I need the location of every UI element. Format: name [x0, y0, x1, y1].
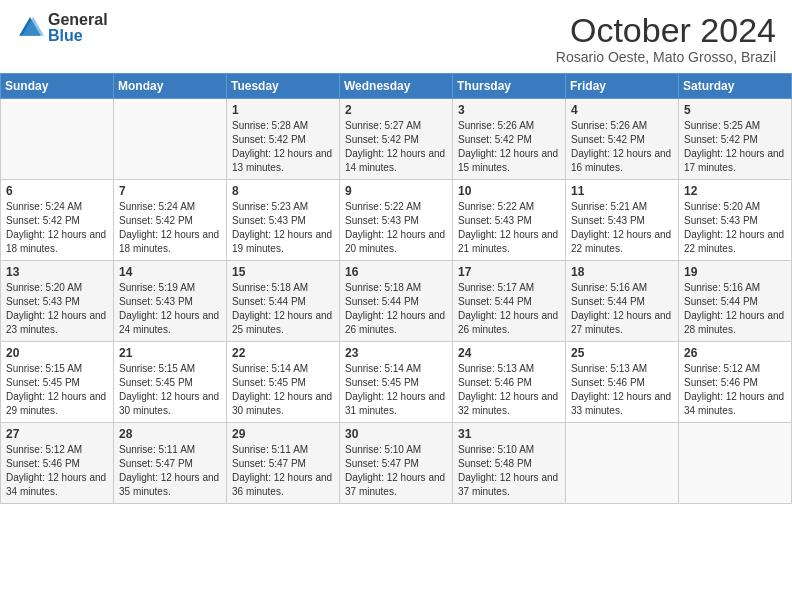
day-number: 21 [119, 346, 221, 360]
calendar-cell: 31Sunrise: 5:10 AMSunset: 5:48 PMDayligh… [453, 423, 566, 504]
day-info: Sunrise: 5:13 AMSunset: 5:46 PMDaylight:… [458, 362, 560, 418]
calendar-cell: 23Sunrise: 5:14 AMSunset: 5:45 PMDayligh… [340, 342, 453, 423]
day-number: 1 [232, 103, 334, 117]
logo-icon [16, 14, 44, 42]
day-number: 27 [6, 427, 108, 441]
day-info: Sunrise: 5:15 AMSunset: 5:45 PMDaylight:… [6, 362, 108, 418]
logo-text: General Blue [48, 12, 108, 44]
day-info: Sunrise: 5:17 AMSunset: 5:44 PMDaylight:… [458, 281, 560, 337]
calendar-cell: 27Sunrise: 5:12 AMSunset: 5:46 PMDayligh… [1, 423, 114, 504]
day-info: Sunrise: 5:28 AMSunset: 5:42 PMDaylight:… [232, 119, 334, 175]
day-info: Sunrise: 5:20 AMSunset: 5:43 PMDaylight:… [6, 281, 108, 337]
day-info: Sunrise: 5:18 AMSunset: 5:44 PMDaylight:… [345, 281, 447, 337]
calendar-cell: 5Sunrise: 5:25 AMSunset: 5:42 PMDaylight… [679, 99, 792, 180]
week-row-4: 20Sunrise: 5:15 AMSunset: 5:45 PMDayligh… [1, 342, 792, 423]
calendar-cell: 21Sunrise: 5:15 AMSunset: 5:45 PMDayligh… [114, 342, 227, 423]
day-info: Sunrise: 5:13 AMSunset: 5:46 PMDaylight:… [571, 362, 673, 418]
page: General Blue October 2024 Rosario Oeste,… [0, 0, 792, 612]
week-row-5: 27Sunrise: 5:12 AMSunset: 5:46 PMDayligh… [1, 423, 792, 504]
day-number: 16 [345, 265, 447, 279]
logo-blue-text: Blue [48, 28, 108, 44]
day-info: Sunrise: 5:26 AMSunset: 5:42 PMDaylight:… [571, 119, 673, 175]
day-number: 11 [571, 184, 673, 198]
calendar-cell: 12Sunrise: 5:20 AMSunset: 5:43 PMDayligh… [679, 180, 792, 261]
day-number: 26 [684, 346, 786, 360]
day-info: Sunrise: 5:22 AMSunset: 5:43 PMDaylight:… [458, 200, 560, 256]
day-number: 4 [571, 103, 673, 117]
calendar-header: SundayMondayTuesdayWednesdayThursdayFrid… [1, 74, 792, 99]
calendar-cell: 2Sunrise: 5:27 AMSunset: 5:42 PMDaylight… [340, 99, 453, 180]
header: General Blue October 2024 Rosario Oeste,… [0, 0, 792, 73]
calendar-cell [679, 423, 792, 504]
calendar-cell: 28Sunrise: 5:11 AMSunset: 5:47 PMDayligh… [114, 423, 227, 504]
calendar-cell: 4Sunrise: 5:26 AMSunset: 5:42 PMDaylight… [566, 99, 679, 180]
logo-general-text: General [48, 12, 108, 28]
calendar-cell: 26Sunrise: 5:12 AMSunset: 5:46 PMDayligh… [679, 342, 792, 423]
location-title: Rosario Oeste, Mato Grosso, Brazil [556, 49, 776, 65]
day-info: Sunrise: 5:24 AMSunset: 5:42 PMDaylight:… [6, 200, 108, 256]
day-number: 5 [684, 103, 786, 117]
day-number: 19 [684, 265, 786, 279]
day-info: Sunrise: 5:11 AMSunset: 5:47 PMDaylight:… [232, 443, 334, 499]
day-number: 29 [232, 427, 334, 441]
calendar-cell [114, 99, 227, 180]
calendar-cell: 29Sunrise: 5:11 AMSunset: 5:47 PMDayligh… [227, 423, 340, 504]
calendar-cell: 16Sunrise: 5:18 AMSunset: 5:44 PMDayligh… [340, 261, 453, 342]
day-info: Sunrise: 5:20 AMSunset: 5:43 PMDaylight:… [684, 200, 786, 256]
day-number: 17 [458, 265, 560, 279]
day-info: Sunrise: 5:12 AMSunset: 5:46 PMDaylight:… [6, 443, 108, 499]
day-info: Sunrise: 5:26 AMSunset: 5:42 PMDaylight:… [458, 119, 560, 175]
week-row-2: 6Sunrise: 5:24 AMSunset: 5:42 PMDaylight… [1, 180, 792, 261]
day-number: 25 [571, 346, 673, 360]
header-day-monday: Monday [114, 74, 227, 99]
day-info: Sunrise: 5:23 AMSunset: 5:43 PMDaylight:… [232, 200, 334, 256]
day-info: Sunrise: 5:14 AMSunset: 5:45 PMDaylight:… [232, 362, 334, 418]
day-number: 24 [458, 346, 560, 360]
header-day-friday: Friday [566, 74, 679, 99]
calendar-cell: 9Sunrise: 5:22 AMSunset: 5:43 PMDaylight… [340, 180, 453, 261]
calendar-cell: 7Sunrise: 5:24 AMSunset: 5:42 PMDaylight… [114, 180, 227, 261]
day-number: 12 [684, 184, 786, 198]
logo: General Blue [16, 12, 108, 44]
day-number: 20 [6, 346, 108, 360]
calendar-cell: 22Sunrise: 5:14 AMSunset: 5:45 PMDayligh… [227, 342, 340, 423]
header-row: SundayMondayTuesdayWednesdayThursdayFrid… [1, 74, 792, 99]
day-number: 23 [345, 346, 447, 360]
calendar-cell: 8Sunrise: 5:23 AMSunset: 5:43 PMDaylight… [227, 180, 340, 261]
calendar-cell: 18Sunrise: 5:16 AMSunset: 5:44 PMDayligh… [566, 261, 679, 342]
week-row-3: 13Sunrise: 5:20 AMSunset: 5:43 PMDayligh… [1, 261, 792, 342]
calendar-cell [1, 99, 114, 180]
calendar-cell [566, 423, 679, 504]
day-number: 15 [232, 265, 334, 279]
day-number: 3 [458, 103, 560, 117]
calendar-cell: 6Sunrise: 5:24 AMSunset: 5:42 PMDaylight… [1, 180, 114, 261]
day-number: 8 [232, 184, 334, 198]
day-info: Sunrise: 5:10 AMSunset: 5:48 PMDaylight:… [458, 443, 560, 499]
calendar-cell: 10Sunrise: 5:22 AMSunset: 5:43 PMDayligh… [453, 180, 566, 261]
calendar-cell: 1Sunrise: 5:28 AMSunset: 5:42 PMDaylight… [227, 99, 340, 180]
day-info: Sunrise: 5:25 AMSunset: 5:42 PMDaylight:… [684, 119, 786, 175]
day-info: Sunrise: 5:21 AMSunset: 5:43 PMDaylight:… [571, 200, 673, 256]
day-info: Sunrise: 5:11 AMSunset: 5:47 PMDaylight:… [119, 443, 221, 499]
week-row-1: 1Sunrise: 5:28 AMSunset: 5:42 PMDaylight… [1, 99, 792, 180]
calendar-cell: 25Sunrise: 5:13 AMSunset: 5:46 PMDayligh… [566, 342, 679, 423]
day-info: Sunrise: 5:16 AMSunset: 5:44 PMDaylight:… [571, 281, 673, 337]
calendar-cell: 3Sunrise: 5:26 AMSunset: 5:42 PMDaylight… [453, 99, 566, 180]
calendar-cell: 24Sunrise: 5:13 AMSunset: 5:46 PMDayligh… [453, 342, 566, 423]
calendar-body: 1Sunrise: 5:28 AMSunset: 5:42 PMDaylight… [1, 99, 792, 504]
day-number: 18 [571, 265, 673, 279]
day-number: 10 [458, 184, 560, 198]
calendar-cell: 20Sunrise: 5:15 AMSunset: 5:45 PMDayligh… [1, 342, 114, 423]
day-info: Sunrise: 5:19 AMSunset: 5:43 PMDaylight:… [119, 281, 221, 337]
day-number: 22 [232, 346, 334, 360]
day-info: Sunrise: 5:22 AMSunset: 5:43 PMDaylight:… [345, 200, 447, 256]
header-day-tuesday: Tuesday [227, 74, 340, 99]
calendar-cell: 17Sunrise: 5:17 AMSunset: 5:44 PMDayligh… [453, 261, 566, 342]
day-number: 2 [345, 103, 447, 117]
day-info: Sunrise: 5:24 AMSunset: 5:42 PMDaylight:… [119, 200, 221, 256]
calendar-cell: 30Sunrise: 5:10 AMSunset: 5:47 PMDayligh… [340, 423, 453, 504]
header-day-sunday: Sunday [1, 74, 114, 99]
calendar-cell: 19Sunrise: 5:16 AMSunset: 5:44 PMDayligh… [679, 261, 792, 342]
day-number: 13 [6, 265, 108, 279]
title-block: October 2024 Rosario Oeste, Mato Grosso,… [556, 12, 776, 65]
